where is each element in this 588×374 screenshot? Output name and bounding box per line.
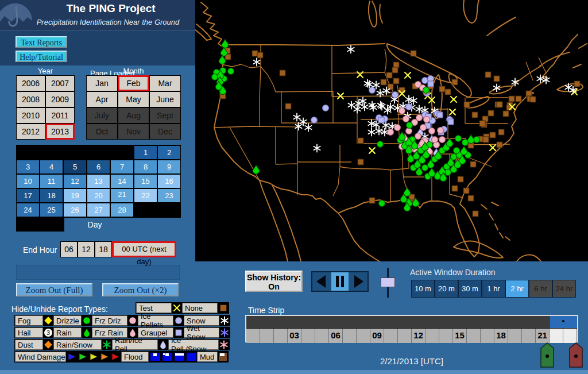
show-history-toggle[interactable]: Show History: On <box>245 271 303 292</box>
marker-none[interactable] <box>468 195 474 201</box>
precip-map[interactable] <box>195 0 588 261</box>
duration-button-1hr[interactable]: 1 hr <box>482 280 505 298</box>
marker-none[interactable] <box>358 159 363 165</box>
time-strip-hour-21[interactable]: 21 <box>536 329 550 343</box>
marker-none[interactable] <box>285 103 291 109</box>
marker-frz-driz[interactable] <box>420 125 427 131</box>
marker-rain[interactable] <box>446 138 453 147</box>
marker-none[interactable] <box>498 129 504 135</box>
marker-none[interactable] <box>392 67 398 73</box>
ast-icon[interactable] <box>219 340 229 350</box>
marker-snow[interactable] <box>361 103 368 111</box>
day-button-26[interactable]: 26 <box>63 203 87 217</box>
day-button-3[interactable]: 3 <box>16 160 40 174</box>
marker-ice-pellets[interactable] <box>392 92 399 98</box>
day-button-9[interactable]: 9 <box>157 160 181 174</box>
circle-icon[interactable] <box>127 315 138 326</box>
flood-icon[interactable] <box>149 352 197 362</box>
marker-ice-pellets[interactable] <box>311 117 318 124</box>
time-strip-hour-7[interactable] <box>343 329 357 343</box>
marker-snow[interactable] <box>364 80 370 87</box>
legend-item-flood[interactable]: Flood <box>121 352 149 362</box>
year-button-2009[interactable]: 2009 <box>45 91 75 107</box>
drop-icon[interactable] <box>158 340 168 350</box>
marker-drizzle[interactable] <box>228 68 234 75</box>
time-strip-hour-15[interactable]: 15 <box>453 329 467 343</box>
marker-none[interactable] <box>485 72 491 78</box>
marker-frz-driz[interactable] <box>388 129 394 136</box>
marker-snow[interactable] <box>314 145 320 152</box>
marker-snow[interactable] <box>368 129 374 136</box>
marker-test[interactable] <box>451 97 457 102</box>
time-strip-hour-13[interactable] <box>425 329 439 343</box>
day-button-2[interactable]: 2 <box>157 145 181 160</box>
marker-frz-driz[interactable] <box>399 108 405 114</box>
time-strip[interactable]: • 03060912151821 <box>245 315 578 342</box>
time-strip-hour-12[interactable]: 12 <box>412 329 425 343</box>
time-strip-hour-6[interactable]: 06 <box>329 329 343 343</box>
legend-item-fog[interactable]: Fog <box>15 315 43 326</box>
marker-frz-driz[interactable] <box>432 137 438 143</box>
wind-icon[interactable] <box>66 352 121 362</box>
legend-item-mud[interactable]: Mud <box>197 352 218 362</box>
day-button-14[interactable]: 14 <box>110 174 134 188</box>
legend-item-ice-pell-snow[interactable]: Ice Pell./Snow <box>168 340 219 350</box>
marker-test[interactable] <box>490 145 496 151</box>
legend-item-rain[interactable]: Rain <box>53 327 82 338</box>
end-hour-button-18[interactable]: 18 <box>95 241 112 257</box>
legend-item-ice-pellets[interactable]: Ice Pellets <box>138 315 173 326</box>
marker-drizzle[interactable] <box>407 122 413 129</box>
end-hour-button-00utc[interactable]: 00 UTC (next day) <box>112 241 176 257</box>
year-button-2013[interactable]: 2013 <box>45 124 75 140</box>
time-strip-hour-17[interactable] <box>481 329 494 343</box>
time-strip-hour-0[interactable] <box>246 329 260 343</box>
month-button-Feb[interactable]: Feb <box>118 75 149 91</box>
day-button-25[interactable]: 25 <box>40 203 63 217</box>
day-button-17[interactable]: 17 <box>16 188 40 203</box>
legend-item-frz-driz[interactable]: Frz Driz <box>92 315 127 326</box>
marker-none[interactable] <box>458 176 463 182</box>
day-button-20[interactable]: 20 <box>87 188 110 203</box>
marker-none[interactable] <box>280 70 285 76</box>
time-strip-hour-1[interactable] <box>260 329 274 343</box>
marker-ice-pellets[interactable] <box>323 105 329 111</box>
marker-drizzle[interactable] <box>454 148 460 154</box>
marker-rain[interactable] <box>399 132 405 141</box>
marker-snow[interactable] <box>300 118 306 126</box>
marker-none[interactable] <box>490 132 496 138</box>
x-icon[interactable] <box>172 303 182 313</box>
time-strip-hour-3[interactable]: 03 <box>288 329 301 343</box>
step-back-button[interactable] <box>312 272 330 291</box>
year-button-2008[interactable]: 2008 <box>16 91 45 107</box>
day-button-21[interactable]: 21 <box>110 188 134 203</box>
circle-icon[interactable] <box>173 315 184 326</box>
time-strip-hour-2[interactable] <box>274 329 288 343</box>
month-button-Apr[interactable]: Apr <box>86 91 118 107</box>
step-forward-button[interactable] <box>350 272 368 291</box>
marker-snow[interactable] <box>293 114 300 121</box>
legend-item-drizzle[interactable]: Drizzle <box>53 315 82 326</box>
marker-none[interactable] <box>470 161 476 167</box>
ast-icon[interactable] <box>219 327 230 338</box>
marker-graupel[interactable] <box>428 81 434 87</box>
marker-none[interactable] <box>452 186 458 191</box>
end-hour-button-12[interactable]: 12 <box>78 241 95 257</box>
marker-frz-driz[interactable] <box>424 117 430 123</box>
marker-none[interactable] <box>497 102 502 107</box>
drop-icon[interactable] <box>82 327 92 338</box>
speed-slider-handle[interactable] <box>381 277 395 287</box>
marker-none[interactable] <box>257 52 263 58</box>
marker-graupel[interactable] <box>448 119 454 125</box>
marker-ice-pellets[interactable] <box>369 87 376 94</box>
marker-none[interactable] <box>393 78 399 84</box>
day-button-13[interactable]: 13 <box>87 174 110 188</box>
time-strip-hour-11[interactable] <box>398 329 412 343</box>
day-button-23[interactable]: 23 <box>157 188 181 203</box>
day-button-6[interactable]: 6 <box>87 160 110 174</box>
month-button-June[interactable]: June <box>149 91 181 107</box>
day-button-28[interactable]: 28 <box>110 203 134 217</box>
marker-test[interactable] <box>338 93 343 99</box>
marker-none[interactable] <box>439 86 445 92</box>
zoom-out-full-button[interactable]: Zoom Out (Full) <box>16 283 92 296</box>
day-button-16[interactable]: 16 <box>157 174 181 188</box>
